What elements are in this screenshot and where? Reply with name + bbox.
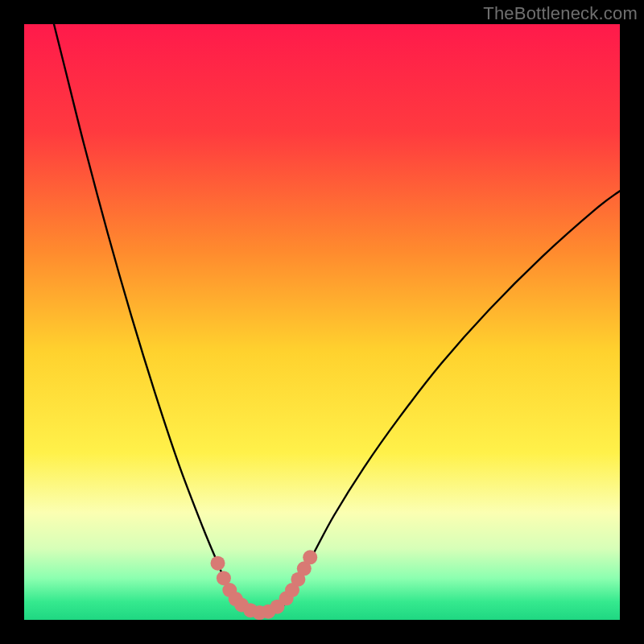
highlight-dot	[211, 556, 225, 571]
watermark-text: TheBottleneck.com	[483, 3, 638, 24]
outer-frame: TheBottleneck.com	[0, 0, 644, 644]
highlight-dot	[303, 550, 317, 564]
gradient-background	[24, 24, 620, 620]
chart-svg	[24, 24, 620, 620]
plot-area	[24, 24, 620, 620]
